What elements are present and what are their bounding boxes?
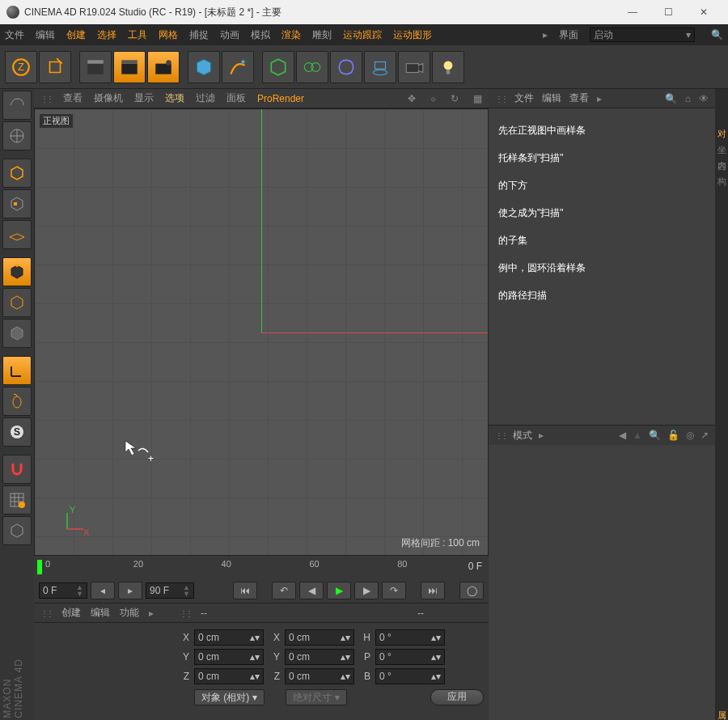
next-frame-button[interactable]: ▶ bbox=[354, 582, 379, 599]
magnet-tool[interactable] bbox=[2, 455, 32, 484]
point-mode[interactable] bbox=[2, 257, 32, 286]
layout-select[interactable]: 启动 ▾ bbox=[590, 28, 695, 42]
menu-mesh[interactable]: 网格 bbox=[159, 28, 178, 42]
menu-sim[interactable]: 模拟 bbox=[251, 28, 270, 42]
undo-button[interactable]: Z bbox=[5, 51, 37, 83]
menu-create[interactable]: 创建 bbox=[66, 28, 86, 42]
mode-label[interactable]: 模式 bbox=[513, 429, 532, 443]
range-end-button[interactable]: ▸ bbox=[118, 582, 142, 599]
rot-b-field[interactable]: 0 °▴▾ bbox=[375, 668, 445, 684]
nav-rotate-icon[interactable]: ↻ bbox=[451, 93, 459, 104]
menu-tools[interactable]: 工具 bbox=[128, 28, 147, 42]
environment-button[interactable] bbox=[364, 51, 396, 83]
search-icon[interactable]: 🔍 bbox=[711, 29, 723, 40]
goto-end-button[interactable]: ⏭ bbox=[421, 582, 445, 599]
object-manager[interactable]: 先在正视图中画样条 托样条到"扫描" 的下方 使之成为"扫描" 的子集 例中，圆… bbox=[489, 108, 715, 425]
newwin-icon[interactable]: ↗ bbox=[700, 430, 709, 441]
deformer-button[interactable] bbox=[330, 51, 362, 83]
search-icon[interactable]: 🔍 bbox=[649, 430, 661, 441]
pos-x-field[interactable]: 0 cm▴▾ bbox=[194, 629, 264, 646]
viewmenu-prorender[interactable]: ProRender bbox=[257, 93, 304, 104]
menu-file[interactable]: 文件 bbox=[5, 28, 24, 42]
clapboard3-button[interactable] bbox=[147, 51, 180, 83]
size-mode-select[interactable]: 绝对尺寸▾ bbox=[286, 689, 347, 705]
size-y-field[interactable]: 0 cm▴▾ bbox=[285, 649, 354, 665]
grip-icon[interactable] bbox=[40, 93, 52, 104]
timeline[interactable]: 0 20 40 60 80 0 F bbox=[34, 556, 489, 578]
size-x-field[interactable]: 0 cm▴▾ bbox=[285, 629, 354, 646]
menu-render[interactable]: 渲染 bbox=[281, 28, 301, 42]
history-tool[interactable] bbox=[2, 91, 32, 120]
home-icon[interactable]: ⌂ bbox=[685, 93, 691, 104]
goto-start-button[interactable]: ⏮ bbox=[233, 582, 257, 599]
pos-z-field[interactable]: 0 cm▴▾ bbox=[194, 668, 264, 684]
prev-key-button[interactable]: ↶ bbox=[272, 582, 296, 599]
viewmenu-filter[interactable]: 过滤 bbox=[196, 91, 215, 105]
grip-icon[interactable] bbox=[40, 608, 52, 619]
nav-zoom-icon[interactable]: ⟐ bbox=[430, 93, 436, 104]
objmenu-view[interactable]: 查看 bbox=[569, 91, 589, 105]
generator1-button[interactable] bbox=[262, 51, 294, 83]
target-icon[interactable]: ◎ bbox=[686, 430, 694, 441]
redo-button[interactable] bbox=[39, 51, 71, 83]
hex-tool[interactable] bbox=[2, 516, 32, 545]
grid-lock-tool[interactable] bbox=[2, 485, 32, 515]
clapboard2-button[interactable] bbox=[113, 51, 146, 83]
rot-h-field[interactable]: 0 °▴▾ bbox=[375, 629, 445, 646]
model-mode[interactable] bbox=[2, 159, 32, 188]
objmenu-file[interactable]: 文件 bbox=[514, 91, 534, 105]
record-button[interactable]: ◯ bbox=[459, 582, 484, 599]
pos-y-field[interactable]: 0 cm▴▾ bbox=[194, 649, 264, 665]
range-start-button[interactable]: ◂ bbox=[91, 582, 115, 599]
camera-button[interactable] bbox=[398, 51, 430, 83]
viewmenu-view[interactable]: 查看 bbox=[63, 91, 83, 105]
nav-layout-icon[interactable]: ▦ bbox=[473, 93, 482, 104]
attr-menu-edit[interactable]: 编辑 bbox=[91, 606, 110, 620]
menu-mograph[interactable]: 运动图形 bbox=[393, 28, 432, 42]
nav-move-icon[interactable]: ✥ bbox=[408, 93, 416, 104]
viewport[interactable]: 正视图 Y X + 网格间距 : 100 cm bbox=[34, 108, 489, 556]
size-z-field[interactable]: 0 cm▴▾ bbox=[285, 668, 354, 684]
play-button[interactable]: ▶ bbox=[327, 582, 351, 599]
viewmenu-panel[interactable]: 面板 bbox=[226, 91, 246, 105]
polygon-mode[interactable] bbox=[2, 319, 32, 348]
apply-button[interactable]: 应用 bbox=[430, 689, 484, 705]
timeline-ruler[interactable]: 0 20 40 60 80 bbox=[45, 556, 485, 578]
prev-frame-button[interactable]: ◀ bbox=[299, 582, 324, 599]
grip-icon[interactable] bbox=[495, 430, 506, 441]
start-frame-field[interactable]: 0 F▲▼ bbox=[39, 582, 87, 599]
mouse-tool[interactable] bbox=[2, 387, 32, 416]
viewmenu-display[interactable]: 显示 bbox=[134, 91, 154, 105]
coord-mode-select[interactable]: 对象 (相对)▾ bbox=[194, 689, 265, 705]
viewmenu-camera[interactable]: 摄像机 bbox=[94, 91, 123, 105]
attr-menu-create[interactable]: 创建 bbox=[61, 606, 81, 620]
globe-tool[interactable] bbox=[2, 121, 32, 150]
menu-mtrack[interactable]: 运动跟踪 bbox=[343, 28, 382, 42]
menu-select[interactable]: 选择 bbox=[97, 28, 116, 42]
eye-icon[interactable]: 👁 bbox=[699, 93, 709, 104]
texture-mode[interactable] bbox=[2, 189, 32, 218]
fwd-icon[interactable]: ▲ bbox=[633, 430, 642, 441]
menu-sculpt[interactable]: 雕刻 bbox=[312, 28, 332, 42]
edge-mode[interactable] bbox=[2, 288, 32, 317]
end-frame-field[interactable]: 90 F▲▼ bbox=[146, 582, 194, 599]
viewmenu-options[interactable]: 选项 bbox=[165, 91, 184, 105]
grip-icon[interactable] bbox=[180, 608, 191, 619]
minimize-button[interactable]: — bbox=[615, 0, 650, 24]
maximize-button[interactable]: ☐ bbox=[650, 0, 686, 24]
generator2-button[interactable] bbox=[296, 51, 328, 83]
clapboard1-button[interactable] bbox=[79, 51, 112, 83]
back-icon[interactable]: ◀ bbox=[619, 430, 626, 441]
close-button[interactable]: ✕ bbox=[686, 0, 722, 24]
grip-icon[interactable] bbox=[495, 93, 506, 104]
workplane-mode[interactable] bbox=[2, 220, 32, 249]
next-key-button[interactable]: ↷ bbox=[382, 582, 406, 599]
light-button[interactable] bbox=[432, 51, 464, 83]
lock-icon[interactable]: 🔓 bbox=[667, 430, 679, 441]
axis-tool[interactable] bbox=[2, 356, 32, 385]
timeline-playhead[interactable] bbox=[37, 560, 42, 574]
search-icon[interactable]: 🔍 bbox=[665, 93, 677, 104]
menu-edit[interactable]: 编辑 bbox=[36, 28, 55, 42]
snap-tool[interactable]: S bbox=[2, 417, 32, 447]
objmenu-edit[interactable]: 编辑 bbox=[542, 91, 561, 105]
